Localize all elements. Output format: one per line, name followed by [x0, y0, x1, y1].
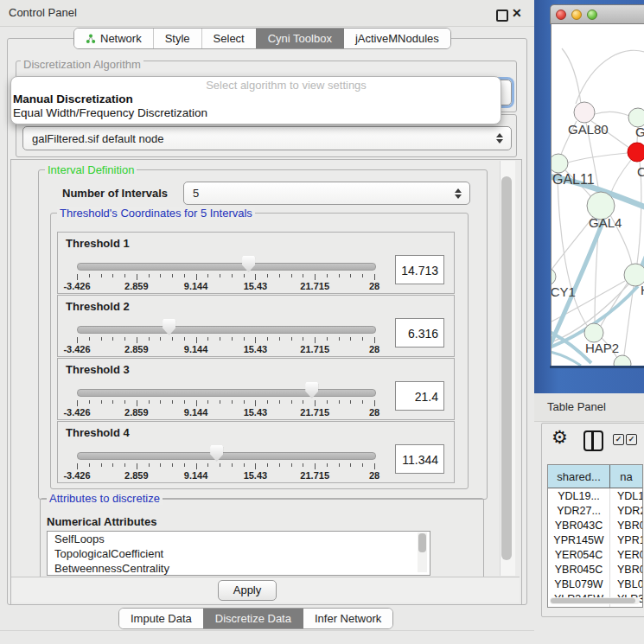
- table-hscrollbar-track[interactable]: [550, 597, 640, 604]
- threshold-value-field[interactable]: 11.344: [395, 444, 444, 474]
- table-data-combobox[interactable]: galFiltered.sif default node: [22, 126, 512, 150]
- network-node[interactable]: [552, 154, 568, 173]
- numerical-attributes-list[interactable]: SelfLoopsTopologicalCoefficientBetweenne…: [47, 531, 430, 576]
- tick-mark: [267, 463, 268, 467]
- slider-track[interactable]: [77, 326, 376, 334]
- table-row[interactable]: YDR27...YDR2: [548, 503, 642, 518]
- threshold-label: Threshold 1: [66, 237, 130, 250]
- tick-mark: [220, 337, 220, 341]
- panel-title: Control Panel: [9, 6, 77, 19]
- tick-mark: [291, 274, 292, 277]
- network-view-canvas[interactable]: GAL80GACGAL11GAL4GCY1HHAP2: [551, 24, 644, 366]
- tick-mark: [374, 463, 375, 469]
- network-window-titlebar[interactable]: [550, 4, 644, 24]
- column-header-na[interactable]: na: [610, 465, 642, 488]
- control-panel: Control Panel ✕ NetworkStyleSelectCyni T…: [0, 0, 534, 644]
- checkbox-icon[interactable]: ✓: [613, 434, 624, 445]
- tick-mark: [89, 337, 90, 341]
- tick-mark: [124, 337, 125, 341]
- minimize-traffic-light-icon[interactable]: [571, 10, 582, 20]
- node-label-ga: GA: [635, 124, 644, 139]
- apply-button[interactable]: Apply: [218, 580, 277, 601]
- thresholds-group-title: Threshold's Coordinates for 5 Intervals: [57, 207, 255, 220]
- zoom-traffic-light-icon[interactable]: [587, 10, 597, 20]
- tick-label: 28: [369, 470, 379, 481]
- close-traffic-light-icon[interactable]: [556, 10, 566, 20]
- attribute-item-topologicalcoefficient[interactable]: TopologicalCoefficient: [48, 546, 430, 561]
- bottom-tab-bar: Impute DataDiscretize DataInfer Network: [118, 608, 393, 629]
- tick-mark: [149, 337, 150, 341]
- node-attribute-table[interactable]: shared...na YDL19...YDL1YDR27...YDR2YBR0…: [547, 464, 643, 608]
- gear-icon[interactable]: ⚙: [552, 427, 568, 448]
- tick-mark: [207, 274, 208, 277]
- network-node[interactable]: [628, 143, 644, 162]
- tick-mark: [101, 337, 102, 341]
- tick-mark: [232, 463, 233, 467]
- network-node[interactable]: [584, 323, 603, 342]
- network-node[interactable]: [574, 102, 595, 123]
- tab-select[interactable]: Select: [201, 29, 256, 48]
- threshold-value-field[interactable]: 6.316: [395, 318, 444, 348]
- attributes-scrollbar-thumb[interactable]: [418, 533, 426, 552]
- tick-mark: [124, 274, 125, 277]
- tab-network[interactable]: Network: [74, 29, 153, 48]
- tab-impute-data[interactable]: Impute Data: [119, 609, 203, 628]
- table-hscrollbar-thumb[interactable]: [551, 598, 635, 603]
- attribute-item-betweennesscentrality[interactable]: BetweennessCentrality: [48, 561, 430, 576]
- tab-label: Cyni Toolbox: [268, 32, 332, 45]
- tick-label: 21.715: [300, 281, 329, 291]
- tick-mark: [77, 400, 78, 406]
- dropdown-item-manual-discretization[interactable]: Manual Discretization: [13, 92, 133, 105]
- tick-mark: [339, 400, 340, 404]
- settings-scrollbar-thumb[interactable]: [501, 176, 512, 560]
- tick-label: -3.426: [63, 281, 90, 291]
- tab-discretize-data[interactable]: Discretize Data: [203, 609, 303, 628]
- threshold-value-field[interactable]: 21.4: [395, 381, 444, 411]
- tick-mark: [291, 463, 292, 467]
- column-layout-icon[interactable]: [583, 430, 603, 451]
- number-of-intervals-combobox[interactable]: 5: [183, 182, 470, 205]
- table-row[interactable]: YDL19...YDL1: [548, 488, 642, 503]
- number-of-intervals-label: Number of Intervals: [62, 187, 168, 200]
- slider-track[interactable]: [77, 263, 376, 271]
- tab-label: Discretize Data: [215, 612, 291, 625]
- close-icon[interactable]: ✕: [512, 6, 522, 20]
- table-cell: YPR1: [610, 532, 642, 547]
- node-label-h: H: [641, 283, 644, 297]
- threshold-label: Threshold 2: [66, 300, 130, 313]
- tick-label: 28: [369, 407, 379, 418]
- separator: [0, 630, 534, 631]
- tick-label: 9.144: [184, 407, 208, 418]
- float-window-icon[interactable]: [496, 10, 508, 22]
- tick-mark: [279, 400, 280, 404]
- table-row[interactable]: YBR043CYBR0: [548, 518, 642, 532]
- tick-mark: [374, 400, 375, 406]
- tick-mark: [255, 400, 256, 406]
- tab-infer-network[interactable]: Infer Network: [303, 609, 392, 628]
- column-header-shared-[interactable]: shared...: [548, 465, 610, 488]
- table-row[interactable]: YIL052CYIL0: [548, 606, 642, 608]
- dropdown-item-equal-width-frequency-discretization[interactable]: Equal Width/Frequency Discretization: [13, 106, 207, 119]
- tab-jactivemnodules[interactable]: jActiveMNodules: [343, 29, 450, 48]
- slider-track[interactable]: [77, 452, 376, 460]
- table-cell: YBL0: [610, 577, 642, 591]
- table-row[interactable]: YPR145WYPR1: [548, 532, 642, 547]
- tick-label: 15.43: [244, 470, 268, 481]
- tab-cyni-toolbox[interactable]: Cyni Toolbox: [256, 29, 343, 48]
- tick-mark: [303, 274, 303, 277]
- threshold-value-field[interactable]: 14.713: [395, 255, 444, 284]
- tick-label: -3.426: [63, 470, 90, 481]
- table-row[interactable]: YBR045CYBR0: [548, 562, 642, 577]
- slider-track[interactable]: [77, 389, 376, 397]
- tick-mark: [255, 274, 256, 280]
- attribute-item-selfloops[interactable]: SelfLoops: [48, 532, 430, 546]
- tab-style[interactable]: Style: [153, 29, 201, 48]
- tick-mark: [160, 337, 161, 341]
- network-node[interactable]: [552, 268, 556, 285]
- checkbox-icon[interactable]: ✓: [626, 434, 637, 445]
- tick-mark: [101, 400, 102, 404]
- tick-label: 28: [369, 281, 379, 291]
- table-row[interactable]: YBL079WYBL0: [548, 577, 642, 591]
- table-row[interactable]: YER054CYER0: [548, 547, 642, 562]
- tick-mark: [303, 400, 303, 404]
